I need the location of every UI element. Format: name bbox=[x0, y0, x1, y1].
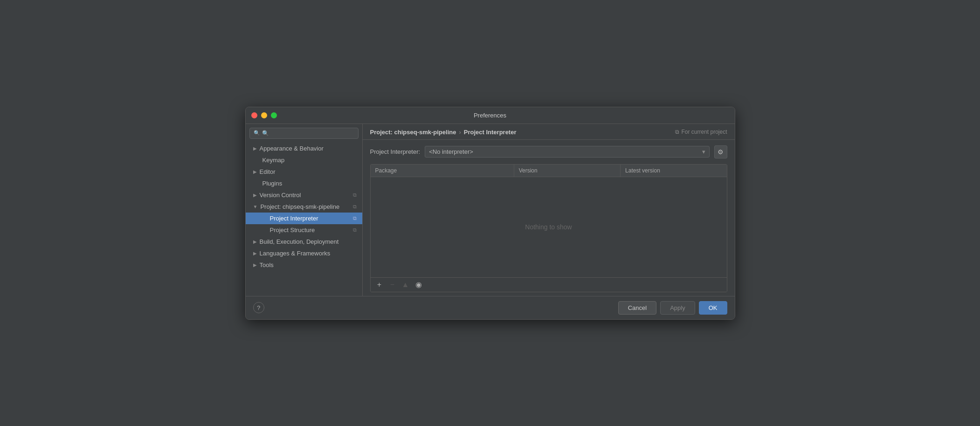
search-input[interactable] bbox=[262, 130, 354, 137]
sidebar-item-languages[interactable]: ▶Languages & Frameworks bbox=[246, 247, 362, 259]
sidebar-item-label-version-control: Version Control bbox=[260, 192, 301, 199]
sidebar-item-editor[interactable]: ▶Editor bbox=[246, 166, 362, 178]
action-buttons: Cancel Apply OK bbox=[618, 301, 727, 315]
sidebar-item-left-tools: ▶Tools bbox=[253, 261, 274, 268]
close-button[interactable] bbox=[251, 112, 257, 118]
for-current-project: ⧉ For current project bbox=[675, 129, 727, 135]
arrow-icon: ▶ bbox=[253, 251, 257, 256]
sidebar-item-left-plugins: Plugins bbox=[253, 180, 283, 187]
table-header: Package Version Latest version bbox=[371, 165, 727, 177]
sidebar-item-project-chipseq[interactable]: ▼Project: chipseq-smk-pipeline⧉ bbox=[246, 201, 362, 213]
sidebar-item-tools[interactable]: ▶Tools bbox=[246, 259, 362, 271]
search-box[interactable]: 🔍 bbox=[249, 128, 359, 139]
maximize-button[interactable] bbox=[271, 112, 277, 118]
table-body: Nothing to show bbox=[371, 177, 727, 277]
breadcrumb-separator: › bbox=[459, 129, 461, 136]
sidebar-item-left-version-control: ▶Version Control bbox=[253, 192, 301, 199]
col-version: Version bbox=[514, 165, 621, 177]
interpreter-label: Project Interpreter: bbox=[370, 148, 421, 155]
copy-icon: ⧉ bbox=[353, 227, 357, 233]
cancel-button[interactable]: Cancel bbox=[618, 301, 656, 315]
sidebar-item-appearance[interactable]: ▶Appearance & Behavior bbox=[246, 143, 362, 154]
sidebar-item-project-structure[interactable]: Project Structure⧉ bbox=[246, 224, 362, 236]
sidebar-item-label-tools: Tools bbox=[260, 261, 274, 268]
sidebar-item-label-project-interpreter: Project Interpreter bbox=[270, 215, 318, 222]
sidebar-item-left-editor: ▶Editor bbox=[253, 168, 276, 175]
sidebar-item-label-keymap: Keymap bbox=[262, 157, 285, 164]
sidebar-item-left-project-chipseq: ▼Project: chipseq-smk-pipeline bbox=[253, 203, 340, 210]
copy-icon: ⧉ bbox=[353, 192, 357, 198]
arrow-icon: ▶ bbox=[253, 262, 257, 268]
arrow-icon: ▶ bbox=[253, 146, 257, 151]
packages-table: Package Version Latest version Nothing t… bbox=[370, 164, 727, 292]
show-paths-button[interactable]: ◉ bbox=[414, 280, 424, 290]
gear-icon: ⚙ bbox=[718, 148, 724, 156]
arrow-icon: ▶ bbox=[253, 169, 257, 174]
arrow-icon: ▶ bbox=[253, 192, 257, 198]
add-package-button[interactable]: + bbox=[374, 280, 385, 290]
sidebar-item-label-build-execution: Build, Execution, Deployment bbox=[260, 238, 339, 245]
col-package: Package bbox=[371, 165, 514, 177]
dialog-title: Preferences bbox=[474, 112, 506, 119]
minimize-button[interactable] bbox=[261, 112, 267, 118]
sidebar-item-build-execution[interactable]: ▶Build, Execution, Deployment bbox=[246, 236, 362, 247]
title-bar: Preferences bbox=[246, 107, 735, 124]
sidebar-nav: ▶Appearance & BehaviorKeymap▶EditorPlugi… bbox=[246, 143, 362, 271]
sidebar-item-label-appearance: Appearance & Behavior bbox=[260, 145, 324, 152]
sidebar-item-label-project-chipseq: Project: chipseq-smk-pipeline bbox=[260, 203, 339, 210]
sidebar-item-left-languages: ▶Languages & Frameworks bbox=[253, 250, 331, 257]
main-content: Project: chipseq-smk-pipeline › Project … bbox=[363, 124, 735, 296]
remove-package-button[interactable]: − bbox=[387, 280, 398, 290]
bottom-spacer bbox=[363, 292, 735, 296]
search-icon: 🔍 bbox=[254, 130, 260, 136]
dialog-body: 🔍 ▶Appearance & BehaviorKeymap▶EditorPlu… bbox=[246, 124, 735, 296]
sidebar-item-plugins[interactable]: Plugins bbox=[246, 178, 362, 189]
breadcrumb-page: Project Interpreter bbox=[464, 129, 517, 136]
chevron-down-icon: ▾ bbox=[702, 148, 705, 155]
ok-button[interactable]: OK bbox=[699, 301, 727, 315]
sidebar-item-keymap[interactable]: Keymap bbox=[246, 154, 362, 166]
sidebar-item-project-interpreter[interactable]: Project Interpreter⧉ bbox=[246, 213, 362, 224]
footer: ? Cancel Apply OK bbox=[246, 296, 735, 319]
interpreter-settings-button[interactable]: ⚙ bbox=[714, 145, 727, 158]
apply-button[interactable]: Apply bbox=[660, 301, 695, 315]
copy-icon: ⧉ bbox=[353, 215, 357, 221]
help-button[interactable]: ? bbox=[253, 302, 264, 313]
interpreter-select[interactable]: <No interpreter> ▾ bbox=[425, 146, 709, 158]
sidebar-item-label-languages: Languages & Frameworks bbox=[260, 250, 331, 257]
sidebar-item-left-keymap: Keymap bbox=[253, 157, 285, 164]
breadcrumb-project: Project: chipseq-smk-pipeline bbox=[370, 129, 456, 136]
empty-state-text: Nothing to show bbox=[525, 223, 572, 231]
sidebar-item-label-editor: Editor bbox=[260, 168, 276, 175]
copy-icon: ⧉ bbox=[353, 204, 357, 210]
sidebar-item-left-project-interpreter: Project Interpreter bbox=[261, 215, 318, 222]
col-latest-version: Latest version bbox=[621, 165, 726, 177]
interpreter-row: Project Interpreter: <No interpreter> ▾ … bbox=[363, 140, 735, 164]
breadcrumb: Project: chipseq-smk-pipeline › Project … bbox=[370, 129, 517, 136]
sidebar-item-left-project-structure: Project Structure bbox=[261, 227, 315, 234]
arrow-icon: ▼ bbox=[253, 204, 258, 209]
sidebar-item-version-control[interactable]: ▶Version Control⧉ bbox=[246, 189, 362, 201]
copy-icon-header: ⧉ bbox=[675, 129, 679, 135]
sidebar-item-left-appearance: ▶Appearance & Behavior bbox=[253, 145, 324, 152]
window-controls bbox=[251, 112, 277, 118]
table-toolbar: + − ▲ ◉ bbox=[371, 277, 727, 292]
upgrade-package-button[interactable]: ▲ bbox=[400, 280, 411, 290]
arrow-icon: ▶ bbox=[253, 239, 257, 244]
breadcrumb-row: Project: chipseq-smk-pipeline › Project … bbox=[363, 124, 735, 140]
preferences-dialog: Preferences 🔍 ▶Appearance & BehaviorKeym… bbox=[245, 107, 735, 320]
sidebar-item-label-plugins: Plugins bbox=[262, 180, 283, 187]
interpreter-value: <No interpreter> bbox=[429, 148, 473, 155]
sidebar-item-label-project-structure: Project Structure bbox=[270, 227, 315, 234]
sidebar-item-left-build-execution: ▶Build, Execution, Deployment bbox=[253, 238, 339, 245]
sidebar: 🔍 ▶Appearance & BehaviorKeymap▶EditorPlu… bbox=[246, 124, 363, 296]
